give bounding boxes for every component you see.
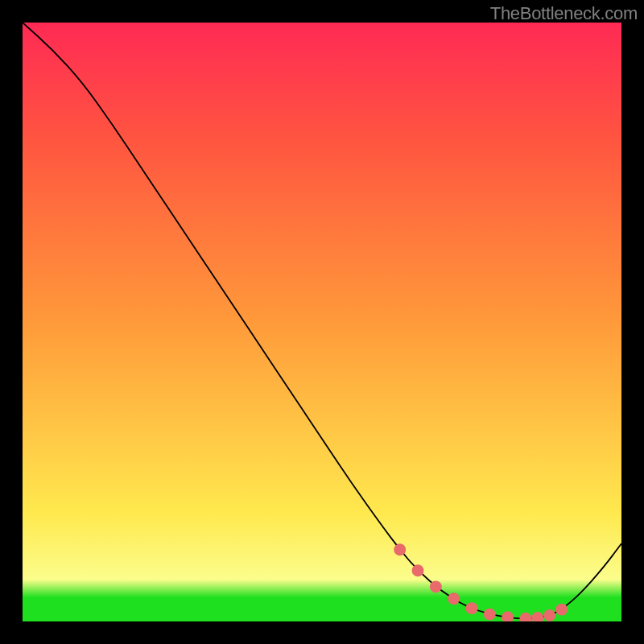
highlight-dots-group [394, 543, 568, 621]
main-curve-path [23, 23, 621, 618]
watermark-text: TheBottleneck.com [490, 3, 638, 24]
highlight-dot [448, 592, 460, 605]
highlight-dot [412, 564, 424, 576]
highlight-dot [555, 604, 568, 616]
highlight-dot [502, 611, 514, 621]
highlight-dot [520, 613, 532, 621]
highlight-dot [466, 602, 478, 614]
chart-plot-area [23, 23, 621, 621]
highlight-dot [430, 580, 442, 592]
highlight-dot [543, 609, 555, 621]
chart-curve-svg [23, 23, 621, 621]
highlight-dot [394, 543, 406, 555]
highlight-dot [484, 609, 496, 621]
highlight-dot [531, 612, 543, 621]
